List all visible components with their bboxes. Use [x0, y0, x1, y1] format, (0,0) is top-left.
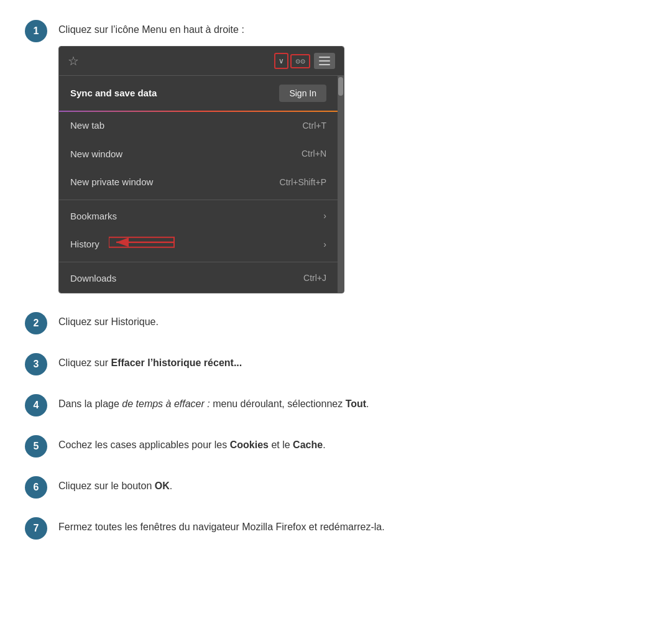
step-1-text: Cliquez sur l’icône Menu en haut à droit…	[58, 19, 629, 37]
step-6-text-after: .	[170, 481, 172, 491]
step-3-text: Cliquez sur Effacer l’historique récent.…	[58, 352, 629, 370]
step-4-text-italic: de temps à effacer :	[122, 398, 210, 409]
step-6-content: Cliquez sur le bouton OK.	[58, 475, 629, 494]
step-3-text-before: Cliquez sur	[58, 357, 111, 368]
step-6-text: Cliquez sur le bouton OK.	[58, 475, 629, 494]
step-4-text-middle: menu déroulant, sélectionnez	[210, 398, 346, 409]
step-7-text: Fermez toutes les fenêtres du navigateur…	[58, 516, 629, 535]
toolbar-right: ∨ ⊙⊙	[274, 53, 335, 69]
hamburger-line-3	[319, 64, 330, 65]
toolbar: ☆ ∨ ⊙⊙	[59, 47, 344, 76]
step-2: 2 Cliquez sur Historique.	[25, 311, 629, 334]
step-4-text-after: .	[366, 398, 369, 409]
separator-1	[59, 200, 338, 200]
step-3-content: Cliquez sur Effacer l’historique récent.…	[58, 352, 629, 370]
separator-2	[59, 262, 338, 262]
step-6-text-before: Cliquez sur le bouton	[58, 481, 155, 491]
step-3-text-bold: Effacer l’historique récent...	[111, 357, 242, 368]
step-1: 1 Cliquez sur l’icône Menu en haut à dro…	[25, 19, 629, 293]
step-4-text-bold: Tout	[346, 398, 366, 409]
step-3: 3 Cliquez sur Effacer l’historique récen…	[25, 352, 629, 375]
firefox-mockup: ☆ ∨ ⊙⊙	[58, 46, 344, 293]
step-4-text: Dans la plage de temps à effacer : menu …	[58, 393, 629, 412]
pocket-arrow-icon: ∨	[274, 53, 288, 69]
new-tab-label: New tab	[70, 119, 104, 133]
scrollbar-thumb[interactable]	[338, 77, 343, 96]
step-5-text-bold2: Cache	[293, 439, 323, 450]
history-annotation-arrow	[109, 234, 177, 255]
downloads-shortcut: Ctrl+J	[303, 272, 326, 285]
step-2-content: Cliquez sur Historique.	[58, 311, 629, 329]
hamburger-line-2	[319, 60, 330, 62]
new-private-window-shortcut: Ctrl+Shift+P	[280, 176, 326, 189]
menu-body: Sync and save data Sign In New tab Ctrl+…	[59, 76, 344, 293]
sign-in-button[interactable]: Sign In	[279, 85, 326, 102]
step-5-text-before: Cochez les cases applicables pour les	[58, 439, 230, 450]
menu-item-downloads[interactable]: Downloads Ctrl+J	[59, 265, 338, 293]
step-5-text-bold1: Cookies	[230, 439, 269, 450]
step-4: 4 Dans la plage de temps à effacer : men…	[25, 393, 629, 416]
step-4-content: Dans la plage de temps à effacer : menu …	[58, 393, 629, 412]
step-number-3: 3	[25, 353, 47, 375]
hamburger-menu-icon[interactable]	[314, 53, 335, 69]
hamburger-line-1	[319, 57, 330, 58]
new-private-window-label: New private window	[70, 175, 153, 190]
new-window-shortcut: Ctrl+N	[302, 147, 326, 160]
step-number-4: 4	[25, 394, 47, 416]
star-icon: ☆	[68, 52, 79, 70]
step-5-text-after: .	[323, 439, 325, 450]
step-number-5: 5	[25, 435, 47, 458]
downloads-label: Downloads	[70, 272, 116, 286]
step-5-text: Cochez les cases applicables pour les Co…	[58, 434, 629, 453]
step-5: 5 Cochez les cases applicables pour les …	[25, 434, 629, 458]
scrollbar-track	[338, 76, 344, 293]
step-6: 6 Cliquez sur le bouton OK.	[25, 475, 629, 499]
sync-section: Sync and save data Sign In	[59, 76, 338, 112]
pocket-icon: ⊙⊙	[290, 54, 310, 68]
history-label: History	[70, 237, 99, 252]
step-1-content: Cliquez sur l’icône Menu en haut à droit…	[58, 19, 629, 293]
menu-item-new-window[interactable]: New window Ctrl+N	[59, 140, 338, 169]
step-5-content: Cochez les cases applicables pour les Co…	[58, 434, 629, 453]
new-window-label: New window	[70, 147, 122, 162]
menu-item-new-tab[interactable]: New tab Ctrl+T	[59, 112, 338, 140]
bookmarks-label: Bookmarks	[70, 209, 117, 224]
bookmarks-arrow: ›	[323, 209, 326, 223]
step-7: 7 Fermez toutes les fenêtres du navigate…	[25, 516, 629, 540]
sync-label: Sync and save data	[70, 86, 157, 101]
step-number-1: 1	[25, 20, 47, 42]
step-number-2: 2	[25, 312, 47, 334]
step-6-text-bold: OK	[155, 481, 170, 491]
menu-item-history[interactable]: History ›	[59, 231, 338, 259]
step-5-text-middle: et le	[269, 439, 293, 450]
history-arrow-icon: ›	[323, 238, 326, 251]
step-number-6: 6	[25, 476, 47, 499]
toolbar-left: ☆	[68, 52, 79, 70]
step-2-text: Cliquez sur Historique.	[58, 311, 629, 329]
new-tab-shortcut: Ctrl+T	[303, 119, 327, 132]
step-number-7: 7	[25, 517, 47, 540]
step-4-text-before: Dans la plage	[58, 398, 122, 409]
menu-content: Sync and save data Sign In New tab Ctrl+…	[59, 76, 338, 293]
menu-item-new-private-window[interactable]: New private window Ctrl+Shift+P	[59, 168, 338, 197]
step-7-content: Fermez toutes les fenêtres du navigateur…	[58, 516, 629, 535]
menu-item-bookmarks[interactable]: Bookmarks ›	[59, 203, 338, 231]
